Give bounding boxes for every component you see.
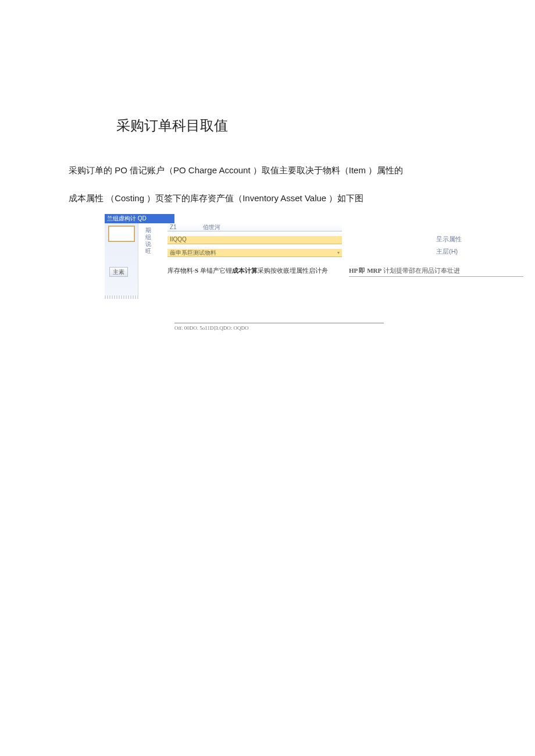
paragraph-1: 采购订单的 PO 借记账户（PO Charge Account ）取值主要取决于… (69, 158, 500, 183)
side-links: 呈示属性 主层(H) (436, 235, 500, 259)
field-row-1-text: 伯世河 (203, 224, 220, 230)
page-title: 采购订单科目取值 (116, 116, 500, 135)
window-titlebar: 兰组虚构计 QD (105, 214, 174, 223)
field-row-1[interactable]: Z1 伯世河 (167, 223, 342, 231)
field-row-2-text: IIQQQ (170, 236, 187, 243)
field-row-2[interactable]: IIQQQ (167, 236, 342, 244)
side-link-show-attr[interactable]: 呈示属性 (436, 235, 500, 244)
field-row-1-code: Z1 (170, 224, 177, 230)
thumbnail-scroll-stripe (105, 295, 138, 299)
field-row-3-text: 薇申系巨测试物料 (170, 249, 216, 256)
embedded-screenshot: 一□1x1 兰组虚构计 QD 主素 期 组 说 旺 Z1 伯世河 (64, 214, 529, 307)
footer-rule (174, 323, 384, 323)
desc-mid1: 单锚产它锂 (198, 267, 232, 274)
field-row-3[interactable]: 薇申系巨测试物料 ▾ (167, 249, 342, 257)
desc-rest: 采购按收嵌埋属性启计舟 (258, 267, 328, 274)
mrp-bold: MRP (367, 267, 381, 274)
mrp-plan-line: HP 即 MRP 计划提带邵在用品订奉壮进 (349, 266, 523, 277)
thumbnail-item[interactable] (108, 226, 135, 242)
thumbnail-column (105, 223, 138, 299)
mrp-pre: HP 即 (349, 267, 367, 274)
desc-bold-cost: 成本计算 (232, 267, 258, 274)
mrp-rest: 计划提带邵在用品订奉壮进 (381, 267, 460, 274)
form-description-line: 库存物料·S 单锚产它锂成本计算采购按收嵌埋属性启计舟 (167, 266, 328, 275)
dropdown-caret-icon: ▾ (337, 250, 340, 255)
side-link-main-level[interactable]: 主层(H) (436, 247, 500, 256)
paragraph-2: 成本属性 （Costing ）页签下的库存资产值（Inventory Asset… (69, 186, 500, 211)
small-button-main[interactable]: 主素 (109, 267, 128, 277)
footer-caption: Off. 00DO. 5o11D]3.QDO: OQDO (174, 325, 249, 331)
form-area: 期 组 说 旺 Z1 伯世河 IIQQQ 薇申系巨测试物料 (145, 223, 413, 295)
desc-pre: 库存物料· (167, 267, 195, 274)
